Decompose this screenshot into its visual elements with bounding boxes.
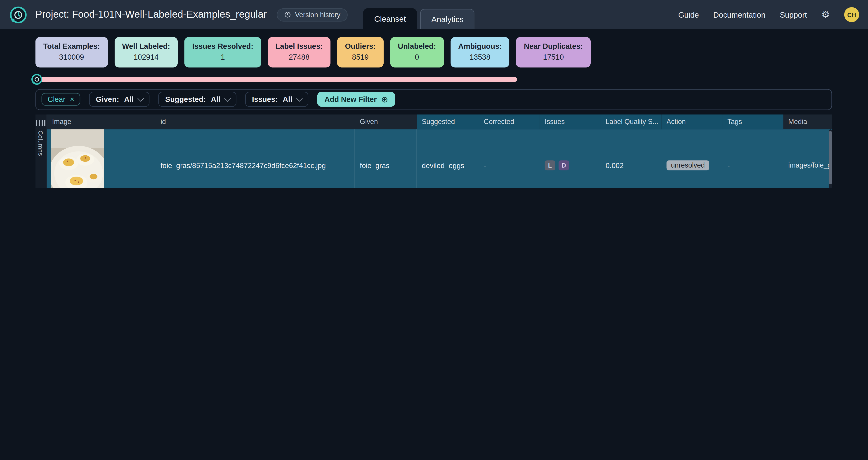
column-header-media[interactable]: Media	[783, 114, 832, 129]
cleanset-table: Columns Image id Given Suggested Correct…	[35, 114, 832, 188]
label-issue-badge[interactable]: L	[545, 160, 555, 170]
chevron-down-icon	[296, 95, 303, 102]
nav-link-documentation[interactable]: Documentation	[713, 10, 766, 19]
vertical-scrollbar-thumb[interactable]	[829, 131, 832, 184]
cell-action: unresolved	[662, 129, 722, 188]
cell-media: images/foie_gr	[783, 129, 832, 188]
version-history-label: Version history	[295, 11, 340, 19]
stat-outliers[interactable]: Outliers: 8519	[337, 37, 383, 67]
column-header-action[interactable]: Action	[662, 114, 722, 129]
column-header-suggested[interactable]: Suggested	[417, 114, 479, 129]
app-logo-icon[interactable]	[9, 5, 28, 24]
vertical-scrollbar[interactable]	[829, 129, 832, 188]
column-header-tags[interactable]: Tags	[722, 114, 783, 129]
table-row[interactable]: foie_gras/85715a213c74872247c9d6fce62f41…	[47, 129, 832, 188]
table-grid: Image id Given Suggested Corrected Issue…	[47, 114, 832, 188]
cell-label-quality: 0.002	[600, 129, 661, 188]
progress-knob[interactable]	[31, 73, 42, 85]
column-header-label-quality[interactable]: Label Quality S...	[600, 114, 661, 129]
column-header-issues[interactable]: Issues	[540, 114, 600, 129]
cell-corrected: -	[479, 129, 539, 188]
columns-control[interactable]: Columns	[35, 114, 46, 188]
cell-id: foie_gras/85715a213c74872247c9d6fce62f41…	[156, 129, 355, 188]
stat-issues-resolved[interactable]: Issues Resolved: 1	[184, 37, 261, 67]
column-header-image[interactable]: Image	[47, 114, 156, 129]
filter-issues-dropdown[interactable]: Issues: All	[245, 92, 308, 107]
nav-link-guide[interactable]: Guide	[678, 10, 699, 19]
tab-cleanset[interactable]: Cleanset	[363, 8, 417, 29]
cell-tags: -	[722, 129, 783, 188]
top-navbar: Project: Food-101N-Well-Labeled-Examples…	[0, 0, 868, 29]
action-status-badge[interactable]: unresolved	[666, 160, 709, 170]
filter-bar: Clear × Given: All Suggested: All Issues…	[35, 89, 832, 110]
stat-unlabeled[interactable]: Unlabeled: 0	[390, 37, 444, 67]
column-header-id[interactable]: id	[156, 114, 355, 129]
chevron-down-icon	[224, 95, 231, 102]
plus-circle-icon: ⊕	[381, 95, 388, 103]
cell-image	[47, 129, 156, 188]
progress-bar	[31, 73, 868, 84]
cell-issues: L D	[540, 129, 600, 188]
main-tabs: Cleanset Analytics	[363, 8, 475, 29]
columns-icon	[36, 120, 45, 126]
nav-links: Guide Documentation Support ⚙ CH	[678, 7, 859, 22]
clock-icon	[284, 11, 291, 18]
cell-suggested: deviled_eggs	[417, 129, 479, 188]
columns-label: Columns	[37, 130, 44, 156]
stat-label-issues[interactable]: Label Issues: 27488	[268, 37, 331, 67]
page-title: Project: Food-101N-Well-Labeled-Examples…	[35, 9, 267, 20]
filter-given-dropdown[interactable]: Given: All	[89, 92, 150, 107]
clear-filters-button[interactable]: Clear ×	[41, 93, 81, 105]
stat-total-examples[interactable]: Total Examples: 310009	[35, 37, 108, 67]
tab-analytics[interactable]: Analytics	[420, 9, 474, 29]
table-header: Image id Given Suggested Corrected Issue…	[47, 114, 832, 129]
avatar[interactable]: CH	[844, 7, 859, 22]
progress-fill	[39, 76, 517, 81]
stat-ambiguous[interactable]: Ambiguous: 13538	[451, 37, 509, 67]
near-duplicate-badge[interactable]: D	[559, 160, 569, 170]
app-window: Project: Food-101N-Well-Labeled-Examples…	[0, 0, 868, 188]
stats-row: Total Examples: 310009 Well Labeled: 102…	[35, 37, 868, 67]
add-new-filter-button[interactable]: Add New Filter ⊕	[317, 92, 395, 107]
cell-given: foie_gras	[355, 129, 417, 188]
gear-icon[interactable]: ⚙	[822, 10, 830, 20]
chevron-down-icon	[138, 95, 144, 102]
column-header-corrected[interactable]: Corrected	[479, 114, 539, 129]
row-image-thumbnail	[51, 129, 104, 188]
filter-suggested-dropdown[interactable]: Suggested: All	[158, 92, 237, 107]
column-header-given[interactable]: Given	[355, 114, 417, 129]
stat-near-duplicates[interactable]: Near Duplicates: 17510	[516, 37, 591, 67]
stat-well-labeled[interactable]: Well Labeled: 102914	[114, 37, 178, 67]
nav-link-support[interactable]: Support	[780, 10, 807, 19]
version-history-button[interactable]: Version history	[277, 8, 347, 22]
close-icon: ×	[70, 95, 74, 103]
